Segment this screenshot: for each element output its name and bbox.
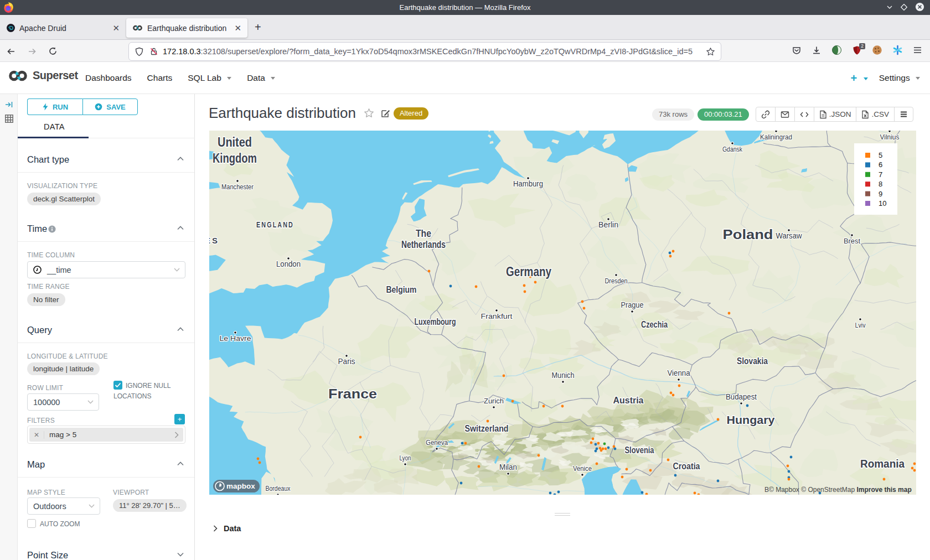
svg-text:Gdansk: Gdansk xyxy=(722,145,742,153)
svg-text:Venice: Venice xyxy=(573,464,592,473)
svg-text:Kingdom: Kingdom xyxy=(213,151,257,165)
svg-text:7: 7 xyxy=(879,170,882,179)
svg-text:Lyon: Lyon xyxy=(400,454,411,462)
svg-text:Frankfurt: Frankfurt xyxy=(481,312,513,320)
svg-text:Kaliningrad: Kaliningrad xyxy=(760,133,792,141)
svg-text:France: France xyxy=(328,386,377,401)
svg-text:Slovenia: Slovenia xyxy=(625,445,654,455)
svg-text:The: The xyxy=(416,228,431,239)
svg-text:Romania: Romania xyxy=(860,458,905,470)
svg-text:Netherlands: Netherlands xyxy=(401,239,446,250)
svg-text:Warsaw: Warsaw xyxy=(776,231,802,240)
svg-text:Switzerland: Switzerland xyxy=(465,423,509,434)
svg-text:Bordeaux: Bordeaux xyxy=(266,484,291,492)
svg-text:Vienna: Vienna xyxy=(668,368,691,377)
svg-text:Budapest: Budapest xyxy=(726,392,757,401)
svg-text:8: 8 xyxy=(879,180,882,188)
svg-text:Vilnius: Vilnius xyxy=(880,133,900,141)
svg-text:Zurich: Zurich xyxy=(484,397,504,405)
svg-text:United: United xyxy=(218,135,252,149)
svg-text:Lviv: Lviv xyxy=(855,321,866,329)
svg-text:Poland: Poland xyxy=(723,227,773,242)
svg-text:B© Mapbox © OpenStreetMap Impr: B© Mapbox © OpenStreetMap Improve this m… xyxy=(764,486,912,494)
svg-text:Berlin: Berlin xyxy=(598,220,618,229)
svg-text:London: London xyxy=(276,259,301,268)
svg-text:6: 6 xyxy=(879,160,882,169)
svg-text:Hungary: Hungary xyxy=(727,413,775,426)
svg-text:ENGLAND: ENGLAND xyxy=(256,220,294,229)
svg-text:Czechia: Czechia xyxy=(641,319,668,330)
svg-text:Belgium: Belgium xyxy=(386,284,417,295)
svg-text:mapbox: mapbox xyxy=(226,482,255,490)
svg-text:Slovakia: Slovakia xyxy=(737,356,768,366)
svg-text:Le Havre: Le Havre xyxy=(220,334,251,343)
svg-text:Hamburg: Hamburg xyxy=(513,179,543,188)
svg-text:5: 5 xyxy=(879,151,882,159)
svg-text:Luxembourg: Luxembourg xyxy=(415,317,456,326)
svg-text:10: 10 xyxy=(879,199,886,208)
svg-text:9: 9 xyxy=(879,190,882,198)
svg-text:Manchester: Manchester xyxy=(221,183,254,191)
svg-text:Croatia: Croatia xyxy=(673,461,700,471)
svg-text:Paris: Paris xyxy=(338,356,355,366)
svg-text:Dresden: Dresden xyxy=(605,277,628,285)
svg-text:ES: ES xyxy=(209,236,219,245)
svg-text:Germany: Germany xyxy=(506,265,551,279)
svg-text:Austria: Austria xyxy=(613,395,644,406)
svg-text:Prague: Prague xyxy=(621,300,644,309)
svg-text:Brest: Brest xyxy=(844,237,860,245)
svg-text:Munich: Munich xyxy=(552,370,575,380)
svg-text:Geneva: Geneva xyxy=(426,438,448,447)
svg-text:Milan: Milan xyxy=(499,462,517,471)
